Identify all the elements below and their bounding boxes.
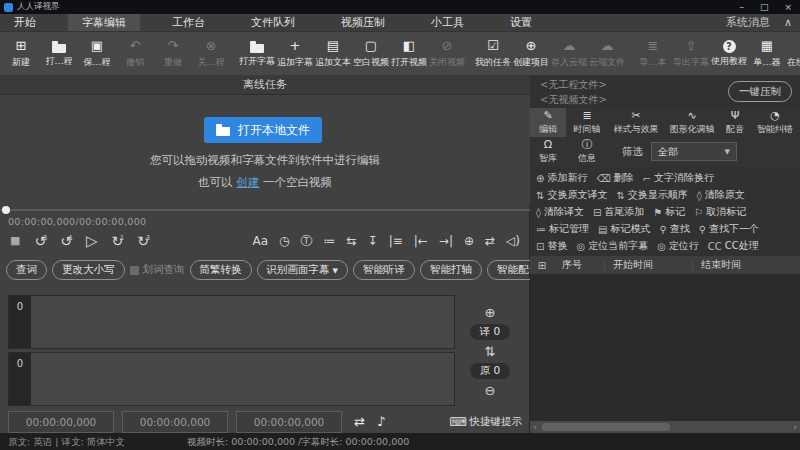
action-find[interactable]: ⚲查找	[659, 221, 689, 237]
action-add-head-tail[interactable]: ⊟首尾添加	[593, 204, 644, 220]
tab-edit[interactable]: ✎ 编辑	[530, 108, 566, 137]
start-time-field[interactable]	[8, 411, 114, 433]
scroll-left-arrow[interactable]: ‹	[530, 423, 540, 432]
tab-knowledge-base[interactable]: Ω 智库	[530, 137, 566, 166]
filter-select[interactable]: 全部 ▼	[651, 142, 737, 161]
toolbar-blank-video[interactable]: ▢ 空白视频	[352, 34, 390, 74]
action-find-next[interactable]: ⚲查找下一个	[699, 221, 759, 237]
one-click-compress-button[interactable]: 一键压制	[728, 81, 792, 102]
toolbar-undo[interactable]: ↶ 撤销	[116, 34, 154, 74]
toolbar-calculator[interactable]: ▦ 单…器	[748, 34, 786, 74]
subtitle-table-body[interactable]	[530, 274, 800, 421]
loop-repeat-icon[interactable]: ⇄	[354, 414, 365, 429]
tab-smart-correct[interactable]: ◔ 智能纠错	[750, 108, 800, 137]
action-mark-mode[interactable]: ▤标记模式	[598, 221, 650, 237]
action-clear-source[interactable]: ◊清除原文	[697, 187, 745, 203]
play-button[interactable]: ▷	[86, 232, 98, 250]
checkbox-icon[interactable]	[130, 266, 139, 275]
action-locate-current-subtitle[interactable]: ◎定位当前字幕	[576, 238, 648, 254]
tab-style-effects[interactable]: ✂ 样式与效果	[608, 108, 664, 137]
toolbar-open-project[interactable]: 打…程	[40, 34, 78, 74]
swap-tracks-icon[interactable]: ⇅	[485, 344, 496, 359]
toolbar-save-to-cloud[interactable]: ☁ 存入云端	[550, 34, 588, 74]
seek-bar[interactable]	[0, 206, 530, 214]
toolbar-open-subtitle[interactable]: 打开字幕	[238, 34, 276, 74]
toolbar-tutorial[interactable]: ? 使用教程	[710, 34, 748, 74]
time-clock-icon[interactable]: ◷	[279, 234, 289, 248]
lookup-word-button[interactable]: 查词	[6, 260, 47, 280]
scrollbar-thumb[interactable]	[542, 423, 670, 431]
menu-workbench[interactable]: 工作台	[158, 14, 219, 31]
zoom-in-icon[interactable]: ⊕	[485, 305, 496, 320]
toolbar-export-subtitle[interactable]: ⇧ 导出字幕	[672, 34, 710, 74]
toolbar-online-support[interactable]: Ω 在线客服	[786, 34, 800, 74]
ocr-subtitle-button[interactable]: 识别画面字幕▼	[257, 260, 348, 280]
word-select-lookup-checkbox[interactable]: 划词查询	[130, 263, 185, 277]
zoom-out-icon[interactable]: ⊖	[485, 383, 496, 398]
duration-time-field[interactable]	[236, 411, 342, 433]
toolbar-my-tasks[interactable]: ☑ 我的任务	[474, 34, 512, 74]
rewind-3s-button[interactable]: ↺3	[34, 232, 46, 250]
toolbar-create-project[interactable]: ⊕ 创建项目	[512, 34, 550, 74]
end-time-field[interactable]	[122, 411, 228, 433]
action-mark-manager[interactable]: ≔标记管理	[536, 221, 589, 237]
toolbar-close-project[interactable]: ⊗ 关…程	[192, 34, 230, 74]
align-icon[interactable]: |≡	[389, 234, 403, 248]
action-cc-process[interactable]: CCCC处理	[708, 238, 759, 254]
action-delete[interactable]: ⌫删除	[596, 170, 633, 186]
create-blank-video-link[interactable]: 创建	[236, 175, 259, 189]
close-button[interactable]: ×	[784, 2, 792, 12]
text-style-icon[interactable]: Ⓣ	[301, 233, 313, 250]
forward-1s-button[interactable]: ↻1	[111, 232, 123, 250]
action-swap-display-order[interactable]: ⇅交换显示顺序	[616, 187, 687, 203]
snap-start-icon[interactable]: |←	[414, 234, 428, 248]
action-clear-translation[interactable]: ◊清除译文	[536, 204, 584, 220]
maximize-button[interactable]: □	[760, 2, 769, 12]
minimize-button[interactable]: –	[739, 2, 744, 12]
system-message-button[interactable]: 系统消息	[726, 15, 770, 30]
action-remove-linebreak[interactable]: ⌐文字消除换行	[643, 170, 714, 186]
smart-timing-button[interactable]: 智能打轴	[420, 260, 482, 280]
font-size-icon[interactable]: Aa	[252, 234, 268, 248]
smart-transcribe-button[interactable]: 智能听译	[353, 260, 415, 280]
grid-icon[interactable]: ⊞	[530, 260, 554, 271]
seek-knob[interactable]	[2, 206, 10, 214]
seek-track[interactable]	[0, 209, 530, 211]
toolbar-redo[interactable]: ↷ 重做	[154, 34, 192, 74]
tab-graph-adjust[interactable]: ∿ 图形化调轴	[664, 108, 720, 137]
video-drop-area[interactable]: 打开本地文件 您可以拖动视频和字幕文件到软件中进行编辑 也可以 创建 一个空白视…	[0, 95, 530, 205]
action-swap-source-translation[interactable]: ⇅交换原文译文	[536, 187, 607, 203]
toolbar-new-file[interactable]: ⊞ 新建	[2, 34, 40, 74]
music-note-icon[interactable]: ♪	[377, 414, 385, 429]
tab-dubbing[interactable]: Ψ 配音	[720, 108, 750, 137]
menu-settings[interactable]: 设置	[496, 14, 546, 31]
simplified-traditional-button[interactable]: 简繁转换	[190, 260, 252, 280]
change-case-button[interactable]: 更改大小写	[52, 260, 125, 280]
forward-3s-button[interactable]: ↻3	[137, 232, 149, 250]
collapse-chevron-icon[interactable]: ∧	[784, 16, 792, 29]
snap-end-icon[interactable]: →|	[439, 234, 453, 248]
slider-settings-icon[interactable]: ≔	[324, 234, 336, 248]
scroll-right-arrow[interactable]: ›	[790, 423, 800, 432]
audio-volume-icon[interactable]: ◁)	[506, 234, 520, 248]
toolbar-open-video[interactable]: ◧ 打开视频	[390, 34, 428, 74]
action-mark[interactable]: ⚑标记	[653, 204, 685, 220]
toolbar-save-project[interactable]: ▣ 保…程	[78, 34, 116, 74]
open-local-file-button[interactable]: 打开本地文件	[204, 117, 322, 143]
menu-small-tools[interactable]: 小工具	[417, 14, 478, 31]
original-track[interactable]: 0	[8, 352, 455, 406]
swap-icon[interactable]: ⇄	[485, 234, 495, 248]
menu-start[interactable]: 开始	[0, 14, 50, 31]
tab-info[interactable]: ⓘ 信息	[566, 137, 608, 166]
menu-video-compress[interactable]: 视频压制	[327, 14, 399, 31]
split-line-icon[interactable]: ↧	[368, 234, 378, 248]
toolbar-close-video[interactable]: ⊘ 关闭视频	[428, 34, 466, 74]
menu-subtitle-edit[interactable]: 字幕编辑	[68, 14, 140, 31]
action-unmark[interactable]: ⚐取消标记	[694, 204, 746, 220]
toolbar-cloud-files[interactable]: ☁ 云端文件	[588, 34, 626, 74]
merge-lines-icon[interactable]: ⇆	[347, 234, 357, 248]
toolbar-import-script[interactable]: ≣ 导…本	[634, 34, 672, 74]
shortcut-hint-button[interactable]: ⌨ 快捷键提示	[449, 415, 530, 429]
action-locate-row[interactable]: ◎定位行	[657, 238, 699, 254]
tab-timeline[interactable]: ≣ 时间轴	[566, 108, 608, 137]
